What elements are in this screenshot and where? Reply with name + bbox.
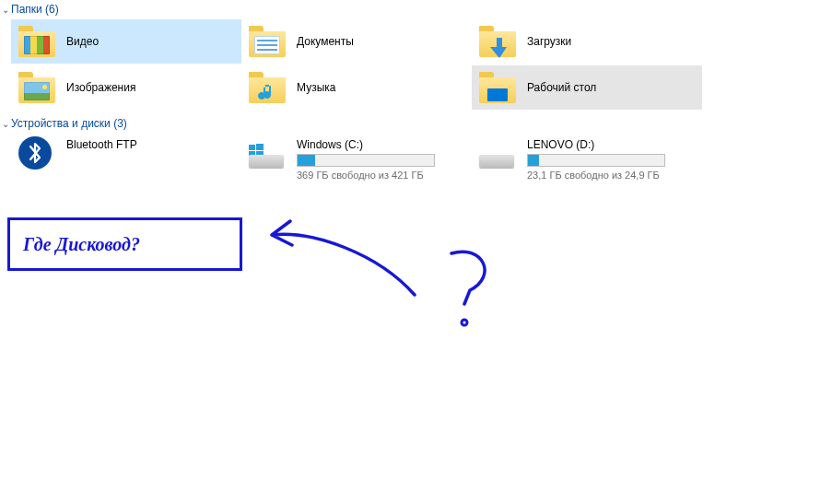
folders-grid: Видео Документы Загрузки Изображения Муз…	[0, 18, 820, 111]
bluetooth-icon	[18, 136, 55, 173]
folder-item-documents[interactable]: Документы	[241, 19, 472, 64]
chevron-down-icon: ⌄	[2, 119, 9, 129]
devices-grid: Bluetooth FTP Windows (C:) 369 ГБ свобод…	[0, 133, 820, 184]
drive-usage-bar	[527, 154, 665, 167]
folder-label: Музыка	[297, 81, 335, 94]
folder-label: Рабочий стол	[527, 81, 596, 94]
folder-icon	[249, 72, 286, 103]
download-arrow-icon	[490, 38, 509, 58]
drive-free-text: 23,1 ГБ свободно из 24,9 ГБ	[527, 170, 665, 181]
folder-icon	[18, 26, 55, 57]
folder-item-downloads[interactable]: Загрузки	[472, 19, 702, 64]
folder-label: Документы	[297, 35, 354, 48]
folder-item-music[interactable]: Музыка	[241, 65, 472, 110]
section-title: Устройства и диски (3)	[11, 117, 127, 130]
folder-icon	[479, 72, 516, 103]
folder-item-images[interactable]: Изображения	[11, 65, 241, 110]
svg-point-4	[462, 320, 467, 325]
annotation-box: Где Дисковод?	[7, 217, 242, 271]
folder-item-video[interactable]: Видео	[11, 19, 241, 64]
chevron-down-icon: ⌄	[2, 5, 9, 15]
drive-icon	[249, 136, 286, 173]
drive-label: LENOVO (D:)	[527, 138, 665, 151]
annotation-text: Где Дисковод?	[23, 234, 140, 255]
music-note-icon	[254, 82, 276, 104]
device-label: Bluetooth FTP	[66, 138, 137, 151]
section-header-devices[interactable]: ⌄ Устройства и диски (3)	[0, 114, 820, 133]
device-item-bluetooth[interactable]: Bluetooth FTP	[11, 133, 241, 184]
folder-icon	[479, 26, 516, 57]
drive-usage-bar	[297, 154, 435, 167]
device-item-drive-c[interactable]: Windows (C:) 369 ГБ свободно из 421 ГБ	[241, 133, 472, 184]
folder-item-desktop[interactable]: Рабочий стол	[472, 65, 702, 110]
annotation-arrow-icon	[258, 212, 516, 341]
svg-rect-1	[256, 144, 264, 150]
folder-label: Видео	[66, 35, 99, 48]
device-item-drive-d[interactable]: LENOVO (D:) 23,1 ГБ свободно из 24,9 ГБ	[472, 133, 702, 184]
drive-free-text: 369 ГБ свободно из 421 ГБ	[297, 170, 435, 181]
folder-label: Изображения	[66, 81, 135, 94]
svg-rect-0	[249, 145, 255, 150]
folder-label: Загрузки	[527, 35, 571, 48]
section-header-folders[interactable]: ⌄ Папки (6)	[0, 0, 820, 18]
drive-icon	[479, 136, 516, 173]
drive-label: Windows (C:)	[297, 138, 435, 151]
folder-icon	[249, 26, 286, 57]
folder-icon	[18, 72, 55, 103]
section-title: Папки (6)	[11, 3, 59, 16]
